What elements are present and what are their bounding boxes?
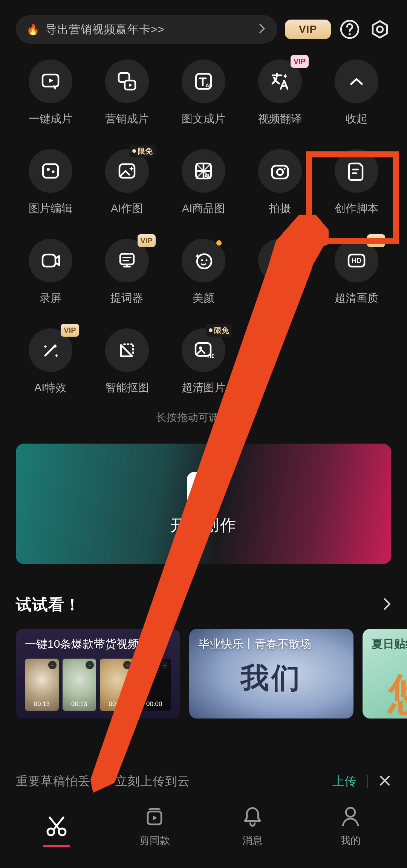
svg-rect-19 xyxy=(120,254,134,264)
create-banner[interactable]: + 开始创作 xyxy=(16,444,391,564)
tool-translate[interactable]: VIP视频翻译 xyxy=(246,59,315,127)
nav-person[interactable]: 我的 xyxy=(301,804,399,856)
bell-icon xyxy=(243,804,262,829)
svg-rect-14 xyxy=(272,166,288,178)
tool-label: AI商品图 xyxy=(182,201,225,216)
card-title: 一键10条爆款带货视频 xyxy=(25,636,171,652)
nav-label: 消息 xyxy=(242,834,263,847)
create-label: 开始创作 xyxy=(170,515,237,536)
svg-point-24 xyxy=(276,258,278,261)
hd-icon: HDVIP xyxy=(335,239,378,282)
tool-label: 营销成片 xyxy=(105,111,149,127)
minus-icon: − xyxy=(161,661,169,669)
tool-image-sparkle[interactable]: 限免AI作图 xyxy=(92,149,161,216)
image-sparkle-icon: 限免 xyxy=(105,149,149,193)
tool-record[interactable]: 录屏 xyxy=(16,239,85,306)
tool-camera[interactable]: 拍摄 xyxy=(246,149,315,216)
tool-label: 智能抠图 xyxy=(105,380,149,395)
svg-point-25 xyxy=(282,258,284,261)
tool-label: AI作图 xyxy=(111,201,143,216)
tool-text-ai[interactable]: AI图文成片 xyxy=(169,59,238,127)
thumb: −00:13 xyxy=(100,659,134,711)
minus-icon: − xyxy=(86,661,94,669)
tool-chevron-up[interactable]: 收起 xyxy=(322,59,391,127)
card-title: 夏日贴纸 xyxy=(372,636,407,652)
plus-icon: + xyxy=(187,472,220,505)
vip-badge[interactable]: VIP xyxy=(285,20,331,39)
svg-point-1 xyxy=(349,33,351,35)
tool-label: AI特效 xyxy=(34,380,66,395)
tool-image-edit[interactable]: 图片编辑 xyxy=(16,149,85,216)
translate-icon: VIP xyxy=(258,59,302,103)
card-art: 我们 xyxy=(240,659,302,698)
tool-label: 美颜 xyxy=(193,291,214,306)
template-card[interactable]: 一键10条爆款带货视频 −00:13 −00:13 −00:13 −00:00 xyxy=(16,629,180,719)
chevron-right-icon[interactable] xyxy=(383,597,391,612)
svg-rect-18 xyxy=(43,255,55,267)
badge: 限免 xyxy=(206,324,232,337)
tool-label: 图文成片 xyxy=(182,111,225,127)
person-icon xyxy=(341,804,360,829)
tool-label: 视频翻译 xyxy=(258,111,302,127)
tool-label: 超清图片 xyxy=(182,380,225,395)
nav-label: 剪同款 xyxy=(139,834,170,847)
thumb: −00:13 xyxy=(25,659,59,711)
svg-point-22 xyxy=(205,259,207,261)
beauty-icon xyxy=(182,239,225,282)
svg-text:AI: AI xyxy=(204,173,210,179)
svg-point-15 xyxy=(277,169,283,175)
image-hd-icon: HD限免 xyxy=(182,328,225,372)
badge: VIP xyxy=(61,324,79,337)
minus-icon: − xyxy=(48,661,57,669)
image-edit-icon xyxy=(29,149,72,193)
thumb: −00:13 xyxy=(63,659,96,711)
active-indicator xyxy=(43,845,70,847)
tool-grid-ai[interactable]: AIAI商品图 xyxy=(169,149,238,216)
card-title: 毕业快乐丨青春不散场 xyxy=(198,636,311,652)
scissors-icon xyxy=(45,813,68,838)
template-card[interactable]: 毕业快乐丨青春不散场 我们 xyxy=(189,629,353,719)
template-card[interactable]: 夏日贴纸 悠 xyxy=(363,629,407,719)
tool-magic-wand[interactable]: VIPAI特效 xyxy=(16,328,85,395)
copy-play-icon xyxy=(105,59,149,103)
badge: VIP xyxy=(291,55,309,68)
settings-icon[interactable] xyxy=(369,18,391,41)
tool-cutout[interactable]: 智能抠图 xyxy=(92,328,161,395)
annotation-highlight xyxy=(306,151,399,244)
tool-label: 拍摄 xyxy=(269,201,291,216)
tool-image-hd[interactable]: HD限免超清图片 xyxy=(169,328,238,395)
grid-ai-icon: AI xyxy=(182,149,225,193)
svg-point-23 xyxy=(272,253,288,268)
face-icon xyxy=(258,239,302,282)
badge: 限免 xyxy=(129,145,156,157)
divider xyxy=(367,775,368,788)
fire-icon: 🔥 xyxy=(26,23,40,36)
template-icon xyxy=(144,804,165,829)
tool-copy-play[interactable]: 营销成片 xyxy=(92,59,161,127)
svg-point-2 xyxy=(377,26,383,32)
promo-bar[interactable]: 🔥 导出营销视频赢年卡>> xyxy=(16,15,277,44)
notification-dot xyxy=(216,240,222,246)
tool-teleprompter[interactable]: VIP提词器 xyxy=(92,239,161,306)
reorder-hint: 长按拖动可调整顺序 xyxy=(0,410,407,425)
svg-point-29 xyxy=(199,346,202,349)
svg-point-20 xyxy=(197,254,211,268)
tool-play-spark[interactable]: 一键成片 xyxy=(16,59,85,127)
cutout-icon xyxy=(105,328,149,372)
tool-label: 收起 xyxy=(346,111,367,127)
tool-label: 一拍 xyxy=(269,291,291,306)
close-icon[interactable] xyxy=(378,774,391,789)
nav-bell[interactable]: 消息 xyxy=(204,804,301,856)
tool-hd[interactable]: HDVIP超清画质 xyxy=(322,239,391,306)
svg-point-16 xyxy=(284,168,286,170)
tool-beauty[interactable]: 美颜 xyxy=(169,239,238,306)
nav-template[interactable]: 剪同款 xyxy=(106,804,204,856)
svg-point-9 xyxy=(47,168,50,171)
chevron-up-icon xyxy=(335,59,378,103)
help-icon[interactable] xyxy=(338,18,361,41)
cloud-prompt: 重要草稿怕丢失？立刻上传到云 xyxy=(16,773,190,790)
chevron-right-icon xyxy=(259,23,265,36)
nav-scissors[interactable] xyxy=(8,813,106,847)
upload-button[interactable]: 上传 xyxy=(332,773,357,790)
tool-face[interactable]: 一拍 xyxy=(246,239,315,306)
